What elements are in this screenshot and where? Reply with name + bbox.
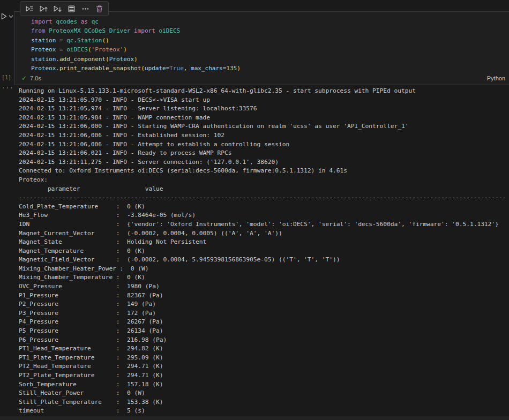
chevron-down-icon[interactable]	[9, 15, 13, 18]
snapshot-separator: ----------------------------------------…	[19, 193, 509, 202]
snapshot-row: P1_Pressure : 82367 (Pa)	[19, 291, 509, 301]
snapshot-row: P2_Pressure : 149 (Pa)	[19, 300, 509, 309]
run-by-line-button[interactable]	[24, 3, 35, 14]
code-line: Proteox = oiDECS('Proteox')	[31, 45, 509, 54]
trash-icon	[95, 5, 103, 13]
snapshot-row: OVC_Pressure : 1980 (Pa)	[19, 282, 509, 291]
play-down-icon	[54, 5, 62, 13]
snapshot-row: Magnet_Current_Vector : (-0.0002, 0.0004…	[19, 229, 509, 238]
log-line: 2024-02-15 13:21:05,984 - INFO - WAMP co…	[19, 114, 509, 123]
log-line: Proteox:	[19, 176, 509, 185]
code-line: from ProteoxMX_QCoDeS_Driver import oiDE…	[31, 26, 509, 35]
snapshot-row: Magnet_Temperature : 0 (K)	[19, 247, 509, 256]
snapshot-row: Cold_Plate_Temperature : 0 (K)	[19, 202, 509, 212]
cell-language-picker[interactable]: Python	[487, 75, 509, 81]
delete-cell-button[interactable]	[93, 3, 105, 14]
output-text: Running on Linux-5.15.133.1-microsoft-st…	[19, 87, 509, 416]
snapshot-header: parameter value	[19, 185, 509, 194]
log-line: Connected to: Oxford Instruments oi:DECS…	[19, 167, 509, 176]
cell-output: ··· Running on Linux-5.15.133.1-microsof…	[0, 87, 509, 420]
log-line: 2024-02-15 13:21:06,006 - INFO - Establi…	[19, 131, 509, 140]
split-cell-button[interactable]	[65, 3, 77, 14]
snapshot-row: PT1_Head_Temperature : 294.82 (K)	[19, 344, 509, 354]
snapshot-row: Magnetic_Field_Vector : (-0.0002, 0.0004…	[19, 256, 509, 265]
snapshot-row: IDN : {'vendor': 'Oxford Instruments', '…	[19, 220, 509, 229]
snapshot-row: Still_Plate_Temperature : 153.38 (K)	[19, 398, 509, 407]
ellipsis-icon	[81, 5, 89, 13]
play-up-icon	[40, 5, 48, 13]
cell-run-controls	[1, 13, 13, 20]
execute-above-button[interactable]	[38, 3, 49, 14]
horizontal-scrollbar[interactable]	[0, 416, 509, 420]
log-line: Running on Linux-5.15.133.1-microsoft-st…	[19, 87, 509, 96]
cell-status-bar: ✓ 7.0s Python	[14, 72, 509, 85]
snapshot-row: P3_Pressure : 172 (Pa)	[19, 309, 509, 318]
execution-count: [1]	[2, 74, 11, 80]
execute-below-button[interactable]	[51, 3, 63, 14]
more-actions-button[interactable]	[79, 3, 91, 14]
snapshot-row: Magnet_State : Holding Not Persistent	[19, 238, 509, 247]
run-cell-play-icon[interactable]	[1, 13, 7, 20]
code-line: station.add_component(Proteox)	[31, 55, 509, 64]
split-cell-icon	[68, 5, 76, 13]
snapshot-row: PT2_Plate_Temperature : 294.71 (K)	[19, 371, 509, 380]
log-line: 2024-02-15 13:21:11,275 - INFO - Server …	[19, 158, 509, 167]
snapshot-row: He3_Flow : -3.8464e-05 (mol/s)	[19, 211, 509, 220]
snapshot-row: Mixing_Chamber_Temperature : 0 (K)	[19, 273, 509, 282]
log-line: 2024-02-15 13:21:06,006 - INFO - Attempt…	[19, 140, 509, 149]
cell-toolbar	[20, 1, 109, 16]
snapshot-row: P4_Pressure : 26267 (Pa)	[19, 318, 509, 327]
snapshot-row: timeout : 5 (s)	[19, 407, 509, 416]
log-line: 2024-02-15 13:21:06,021 - INFO - Ready t…	[19, 149, 509, 158]
snapshot-row: Mixing_Chamber_Heater_Power : 0 (W)	[19, 265, 509, 274]
code-line: import qcodes as qc	[31, 17, 509, 26]
notebook-page: { "theme": { "background": "#1a1a1a", "e…	[0, 0, 509, 420]
snapshot-row: PT2_Head_Temperature : 294.71 (K)	[19, 362, 509, 371]
snapshot-row: PT1_Plate_Temperature : 295.09 (K)	[19, 354, 509, 363]
snapshot-row: Still_Heater_Power : 0 (W)	[19, 389, 509, 398]
success-check-icon: ✓	[21, 74, 27, 82]
snapshot-row: P5_Pressure : 26134 (Pa)	[19, 327, 509, 336]
code-line: station = qc.Station()	[31, 36, 509, 45]
log-line: 2024-02-15 13:21:05,974 - INFO - Server …	[19, 104, 509, 114]
log-line: 2024-02-15 13:21:06,000 - INFO - Startin…	[19, 122, 509, 131]
code-editor[interactable]: import qcodes as qcfrom ProteoxMX_QCoDeS…	[14, 12, 509, 73]
snapshot-row: P6_Pressure : 216.98 (Pa)	[19, 336, 509, 345]
run-by-line-icon	[26, 5, 34, 13]
execution-duration: 7.0s	[30, 75, 41, 81]
log-line: 2024-02-15 13:21:05,970 - INFO - DECS<->…	[19, 96, 509, 105]
snapshot-row: Sorb_Temperature : 157.18 (K)	[19, 380, 509, 389]
output-options-icon[interactable]: ···	[2, 85, 14, 92]
